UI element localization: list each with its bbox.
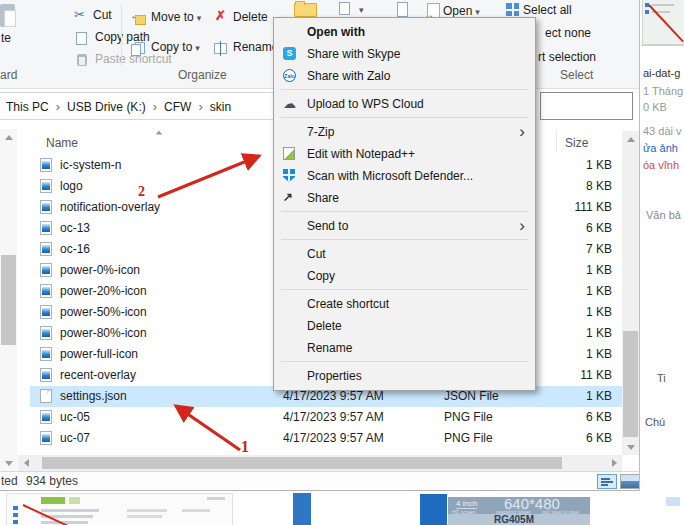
menu-label: Properties [307,369,362,383]
column-header-name[interactable]: Name [46,136,78,150]
image-file-icon [40,284,52,298]
notepadpp-icon [283,147,295,160]
file-name: settings.json [60,389,127,403]
menu-item-share[interactable]: ↗ Share [274,187,535,209]
image-file-icon [40,221,52,235]
delete-button[interactable]: Delete [233,10,268,25]
select-all-button[interactable]: Select all [523,3,572,18]
move-to-button[interactable]: Move to▾ [151,10,201,26]
menu-item-cut[interactable]: Cut [274,243,535,265]
paste-button-fragment[interactable]: te [1,31,11,46]
scroll-down-icon[interactable] [0,455,17,471]
details-view-button[interactable] [597,474,617,489]
copy-to-button[interactable]: Copy to▾ [151,40,200,56]
file-size: 1 KB [500,389,612,403]
scroll-up-icon[interactable] [622,131,639,147]
attachment-filename-fragment: ai-dat-g [643,66,680,81]
menu-item-send-to[interactable]: Send to › [274,215,535,237]
menu-item-share-with-skype[interactable]: S Share with Skype [274,43,535,65]
menu-item-7zip[interactable]: 7-Zip › [274,121,535,143]
menu-label: Send to [307,219,348,233]
menu-separator [281,89,528,90]
menu-item-copy[interactable]: Copy [274,265,535,287]
cut-button[interactable]: Cut [93,8,112,23]
search-input[interactable] [540,92,633,120]
file-row[interactable]: uc-07 4/17/2023 9:57 AM PNG File 6 KB [30,428,622,449]
file-name: power-20%-icon [60,284,147,298]
nav-pane-scrollbar[interactable] [0,129,17,471]
breadcrumb-cfw[interactable]: CFW [164,100,191,114]
scroll-right-icon[interactable] [606,455,622,471]
scroll-down-icon[interactable] [622,439,639,455]
menu-label: Open with [307,25,365,39]
menu-item-share-with-zalo[interactable]: Zalo Share with Zalo [274,65,535,87]
list-vertical-scrollbar[interactable] [622,131,639,455]
menu-item-create-shortcut[interactable]: Create shortcut [274,293,535,315]
scroll-up-icon[interactable] [0,129,17,145]
screenshot-thumbnail[interactable] [6,493,233,525]
dropdown-caret-icon: ▾ [195,43,200,53]
properties-icon[interactable] [397,2,408,17]
new-item-icon[interactable] [339,2,350,15]
menu-item-open-with[interactable]: Open with [274,21,535,43]
menu-separator [281,117,528,118]
file-type: JSON File [444,389,499,403]
select-group-label: Select [560,68,593,82]
product-card-thumbnail[interactable]: 4 inch 640*480 HD screen resolving power… [448,497,590,525]
menu-item-scan-defender[interactable]: Scan with Microsoft Defender... [274,165,535,187]
paste-icon [0,4,15,27]
menu-item-properties[interactable]: Properties [274,365,535,387]
menu-item-delete[interactable]: Delete [274,315,535,337]
new-folder-icon[interactable] [294,3,317,17]
horizontal-scrollbar[interactable] [18,455,622,471]
scrollbar-thumb[interactable] [623,331,638,437]
cloud-icon: ☁ [283,97,296,110]
submenu-arrow-icon: › [519,122,525,142]
file-name: power-50%-icon [60,305,147,319]
status-text-fragment: ted [1,474,18,489]
clipboard-group-label: ard [0,68,17,82]
rename-button[interactable]: Rename [233,40,278,55]
panel-text-fragment: Ti [657,371,666,386]
invert-selection-button[interactable]: rt selection [538,50,596,65]
status-selected-size: 934 bytes [26,474,78,489]
panel-link-fragment[interactable]: ửa ảnh [643,141,678,156]
menu-separator [281,239,528,240]
screenshot-thumbnail-edge[interactable] [420,494,447,525]
file-date: 4/17/2023 9:57 AM [283,431,384,445]
share-icon: ↗ [283,191,293,204]
file-row[interactable]: uc-05 4/17/2023 9:57 AM PNG File 6 KB [30,407,622,428]
file-size: 6 KB [500,410,612,424]
dropdown-caret-icon: ▾ [197,13,202,23]
skype-icon: S [283,47,296,60]
column-divider[interactable] [556,131,557,152]
attachment-thumbnail[interactable] [642,0,684,45]
file-type: PNG File [444,431,493,445]
move-to-icon: ← [131,12,146,25]
file-name: power-80%-icon [60,326,147,340]
menu-label: Rename [307,341,352,355]
attachment-size-fragment: 0 KB [643,100,667,115]
menu-item-edit-notepadpp[interactable]: Edit with Notepad++ [274,143,535,165]
scroll-left-icon[interactable] [18,455,34,471]
file-date: 4/17/2023 9:57 AM [283,410,384,424]
panel-text-fragment: Chú [645,415,665,430]
file-name: uc-07 [60,431,90,445]
scrollbar-thumb[interactable] [1,255,16,345]
large-icons-view-button[interactable] [620,474,640,489]
menu-item-upload-wps-cloud[interactable]: ☁ Upload to WPS Cloud [274,93,535,115]
screenshot-thumbnail-edge[interactable] [293,493,311,525]
menu-label: Share with Skype [307,47,400,61]
panel-link-delete-fragment[interactable]: óa vĩnh [643,158,679,173]
scrollbar-thumb[interactable] [42,457,562,469]
menu-label: Cut [307,247,326,261]
breadcrumb-usb-drive[interactable]: USB Drive (K:) [67,100,146,114]
column-header-size[interactable]: Size [565,136,588,150]
select-none-button[interactable]: ect none [545,26,591,41]
menu-item-rename[interactable]: Rename [274,337,535,359]
panel-text-fragment: Văn bả [646,208,681,223]
image-file-icon [40,431,52,445]
breadcrumb-skin[interactable]: skin [210,100,231,114]
red-annotation-line [648,4,684,42]
breadcrumb-this-pc[interactable]: This PC [6,100,49,114]
